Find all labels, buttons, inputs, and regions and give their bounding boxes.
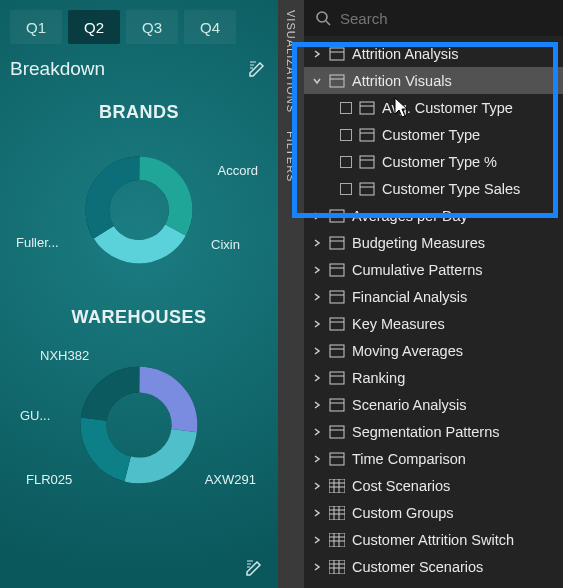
svg-line-10	[326, 21, 330, 25]
svg-rect-25	[330, 237, 344, 249]
tree-group-label: Segmentation Patterns	[352, 424, 500, 440]
tree-group[interactable]: Attrition Visuals	[304, 67, 563, 94]
field-checkbox[interactable]	[340, 156, 352, 168]
svg-rect-19	[360, 156, 374, 168]
tree-group[interactable]: Segmentation Patterns	[304, 418, 563, 445]
measure-group-icon	[329, 398, 345, 412]
chevron-right-icon[interactable]	[312, 454, 322, 464]
fields-tree: Attrition AnalysisAttrition VisualsAvg. …	[304, 36, 563, 588]
brand-label-accord: Accord	[218, 163, 258, 178]
chevron-down-icon[interactable]	[312, 76, 322, 86]
quarter-tabs: Q1 Q2 Q3 Q4	[10, 10, 268, 44]
tree-group[interactable]: Scenario Analysis	[304, 391, 563, 418]
brands-donut[interactable]: Accord Fuller... Cixin	[10, 135, 268, 285]
svg-rect-31	[330, 318, 344, 330]
measure-icon	[359, 101, 375, 115]
tree-field[interactable]: Customer Type %	[304, 148, 563, 175]
wh-label-flr025: FLR025	[26, 472, 72, 487]
svg-rect-15	[360, 102, 374, 114]
tree-field-label: Customer Type	[382, 127, 480, 143]
svg-rect-53	[329, 533, 345, 547]
tree-group[interactable]: Averages per Day	[304, 202, 563, 229]
tree-field[interactable]: Customer Type	[304, 121, 563, 148]
measure-icon	[359, 128, 375, 142]
measure-group-icon	[329, 425, 345, 439]
chevron-right-icon[interactable]	[312, 292, 322, 302]
tab-q4[interactable]: Q4	[184, 10, 236, 44]
brands-title: BRANDS	[10, 102, 268, 123]
tab-q1[interactable]: Q1	[10, 10, 62, 44]
tree-group[interactable]: Attrition Analysis	[304, 40, 563, 67]
svg-rect-13	[330, 75, 344, 87]
wh-label-nxh382: NXH382	[40, 348, 89, 363]
edit-icon[interactable]	[246, 58, 268, 80]
breakdown-report: Q1 Q2 Q3 Q4 Breakdown BRANDS Accord Full…	[0, 0, 278, 588]
tree-group-label: Key Measures	[352, 316, 445, 332]
tree-group[interactable]: Key Measures	[304, 310, 563, 337]
svg-rect-41	[330, 453, 344, 465]
tab-q3[interactable]: Q3	[126, 10, 178, 44]
tree-group[interactable]: Time Comparison	[304, 445, 563, 472]
svg-point-9	[317, 12, 327, 22]
tree-group-label: Financial Analysis	[352, 289, 467, 305]
tree-field-label: Customer Type Sales	[382, 181, 520, 197]
table-icon	[329, 560, 345, 574]
rail-filters[interactable]: FILTERS	[285, 127, 297, 186]
fields-search[interactable]	[304, 0, 563, 36]
chevron-right-icon[interactable]	[312, 535, 322, 545]
measure-group-icon	[329, 452, 345, 466]
tree-group-label: Attrition Visuals	[352, 73, 452, 89]
tree-field[interactable]: Customer Type Sales	[304, 175, 563, 202]
tree-group[interactable]: Budgeting Measures	[304, 229, 563, 256]
tree-field[interactable]: Avg. Customer Type	[304, 94, 563, 121]
chevron-right-icon[interactable]	[312, 373, 322, 383]
chevron-right-icon[interactable]	[312, 427, 322, 437]
field-checkbox[interactable]	[340, 129, 352, 141]
tree-group[interactable]: Cost Scenarios	[304, 472, 563, 499]
measure-group-icon	[329, 317, 345, 331]
tree-group[interactable]: Custom Groups	[304, 499, 563, 526]
field-checkbox[interactable]	[340, 183, 352, 195]
measure-group-icon	[329, 371, 345, 385]
table-icon	[329, 506, 345, 520]
search-icon	[314, 9, 332, 27]
tree-group[interactable]: Customer Scenarios	[304, 553, 563, 580]
measure-group-icon	[329, 236, 345, 250]
edit-icon[interactable]	[244, 558, 266, 580]
tab-q2[interactable]: Q2	[68, 10, 120, 44]
svg-rect-11	[330, 48, 344, 60]
chevron-right-icon[interactable]	[312, 265, 322, 275]
tree-group-label: Customer Scenarios	[352, 559, 483, 575]
chevron-right-icon[interactable]	[312, 346, 322, 356]
wh-label-gu: GU...	[20, 408, 50, 423]
tree-group[interactable]: Financial Analysis	[304, 283, 563, 310]
tree-group[interactable]: Cumulative Patterns	[304, 256, 563, 283]
measure-group-icon	[329, 209, 345, 223]
svg-rect-43	[329, 479, 345, 493]
chevron-right-icon[interactable]	[312, 319, 322, 329]
tree-field-label: Avg. Customer Type	[382, 100, 513, 116]
field-checkbox[interactable]	[340, 102, 352, 114]
chevron-right-icon[interactable]	[312, 238, 322, 248]
measure-group-icon	[329, 263, 345, 277]
tree-group[interactable]: Ranking	[304, 364, 563, 391]
chevron-right-icon[interactable]	[312, 562, 322, 572]
tree-group-label: Cost Scenarios	[352, 478, 450, 494]
warehouses-donut[interactable]: NXH382 GU... FLR025 AXW291	[10, 340, 268, 510]
tree-group-label: Moving Averages	[352, 343, 463, 359]
chevron-right-icon[interactable]	[312, 49, 322, 59]
tree-group[interactable]: Moving Averages	[304, 337, 563, 364]
svg-rect-17	[360, 129, 374, 141]
tree-field-label: Customer Type %	[382, 154, 497, 170]
measure-icon	[359, 155, 375, 169]
chevron-right-icon[interactable]	[312, 508, 322, 518]
measure-group-icon	[329, 74, 345, 88]
chevron-right-icon[interactable]	[312, 211, 322, 221]
table-icon	[329, 479, 345, 493]
svg-rect-37	[330, 399, 344, 411]
rail-visualizations[interactable]: VISUALIZATIONS	[285, 6, 297, 117]
chevron-right-icon[interactable]	[312, 400, 322, 410]
tree-group[interactable]: Customer Attrition Switch	[304, 526, 563, 553]
chevron-right-icon[interactable]	[312, 481, 322, 491]
search-input[interactable]	[340, 10, 553, 27]
